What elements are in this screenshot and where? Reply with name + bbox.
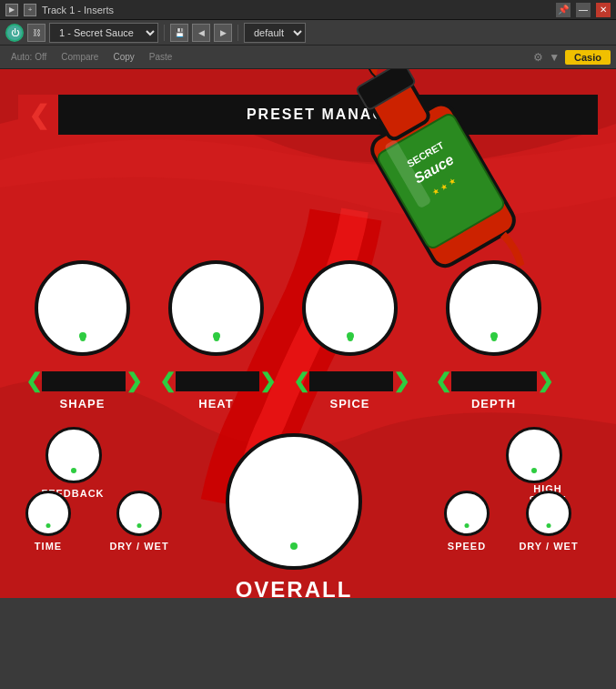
- plugin-icon: +: [24, 4, 36, 16]
- heat-left-arrow[interactable]: ❮: [159, 370, 176, 393]
- heat-right-arrow[interactable]: ❯: [259, 370, 276, 393]
- spice-value-bar: [309, 371, 393, 391]
- depth-arrow-control: ❮ ❯: [435, 370, 553, 393]
- time-knob[interactable]: [25, 491, 71, 536]
- compare-button[interactable]: Compare: [56, 47, 104, 67]
- casio-badge: Casio: [565, 50, 611, 65]
- drywet-right-knob[interactable]: [526, 491, 571, 536]
- prev-preset-button[interactable]: ◀: [192, 24, 210, 42]
- gear-icon[interactable]: ⚙: [533, 51, 543, 64]
- preset-selector[interactable]: 1 - Secret Sauce: [49, 23, 158, 43]
- toolbar-2: Auto: Off Compare Copy Paste ⚙ ▼ Casio: [0, 46, 616, 69]
- settings-arrow-icon: ▼: [549, 51, 560, 64]
- overall-label: OVERALL: [226, 577, 362, 598]
- drywet-left-knob[interactable]: [116, 491, 162, 536]
- speed-knob[interactable]: [444, 491, 490, 536]
- paste-button[interactable]: Paste: [144, 47, 178, 67]
- save-button[interactable]: 💾: [170, 24, 188, 42]
- power-button[interactable]: ⏻: [5, 24, 24, 42]
- heat-value-bar: [176, 371, 259, 391]
- spice-left-arrow[interactable]: ❮: [293, 370, 309, 393]
- title-bar-text: Track 1 - Inserts: [42, 5, 550, 15]
- separator-1: [164, 25, 165, 41]
- drywet-left-label: DRY / WET: [98, 541, 180, 552]
- auto-off-label: Auto: Off: [5, 47, 52, 67]
- back-arrow-button[interactable]: ❮: [18, 95, 58, 135]
- speed-label: SPEED: [435, 541, 499, 552]
- spice-right-arrow[interactable]: ❯: [393, 370, 409, 393]
- shape-knob[interactable]: [35, 260, 130, 356]
- link-icon[interactable]: ⛓: [27, 24, 45, 42]
- track-icon: ▶: [5, 4, 18, 16]
- highshelf-knob[interactable]: [506, 427, 562, 483]
- toolbar-1: ⏻ ⛓ 1 - Secret Sauce 💾 ◀ ▶ default: [0, 20, 616, 46]
- shape-value-bar: [42, 371, 126, 391]
- time-label: TIME: [16, 541, 80, 552]
- pin-button[interactable]: 📌: [556, 3, 571, 17]
- status-right: ⚙ ▼ Casio: [533, 50, 611, 65]
- plugin-area: ❮ PRESET MANAGER SECRET Sauce ★ ★ ★: [0, 69, 616, 598]
- shape-arrow-control: ❮ ❯: [25, 370, 142, 393]
- heat-arrow-control: ❮ ❯: [159, 370, 276, 393]
- feedback-knob[interactable]: [45, 427, 102, 483]
- minimize-button[interactable]: —: [576, 3, 591, 17]
- separator-2: [237, 25, 238, 41]
- spice-arrow-control: ❮ ❯: [293, 370, 409, 393]
- depth-right-arrow[interactable]: ❯: [537, 370, 553, 393]
- shape-right-arrow[interactable]: ❯: [126, 370, 142, 393]
- title-bar: ▶ + Track 1 - Inserts 📌 — ✕: [0, 0, 616, 20]
- overall-knob[interactable]: [226, 433, 362, 570]
- default-selector[interactable]: default: [244, 23, 306, 43]
- shape-left-arrow[interactable]: ❮: [25, 370, 42, 393]
- depth-left-arrow[interactable]: ❮: [435, 370, 451, 393]
- spice-label: SPICE: [302, 397, 398, 410]
- copy-button[interactable]: Copy: [107, 47, 139, 67]
- heat-label: HEAT: [168, 397, 264, 410]
- drywet-right-label: DRY / WET: [508, 541, 590, 552]
- heat-knob[interactable]: [168, 260, 264, 356]
- next-preset-button[interactable]: ▶: [214, 24, 232, 42]
- close-button[interactable]: ✕: [596, 3, 611, 17]
- depth-value-bar: [451, 371, 537, 391]
- shape-label: SHAPE: [35, 397, 130, 410]
- depth-label: DEPTH: [446, 397, 541, 410]
